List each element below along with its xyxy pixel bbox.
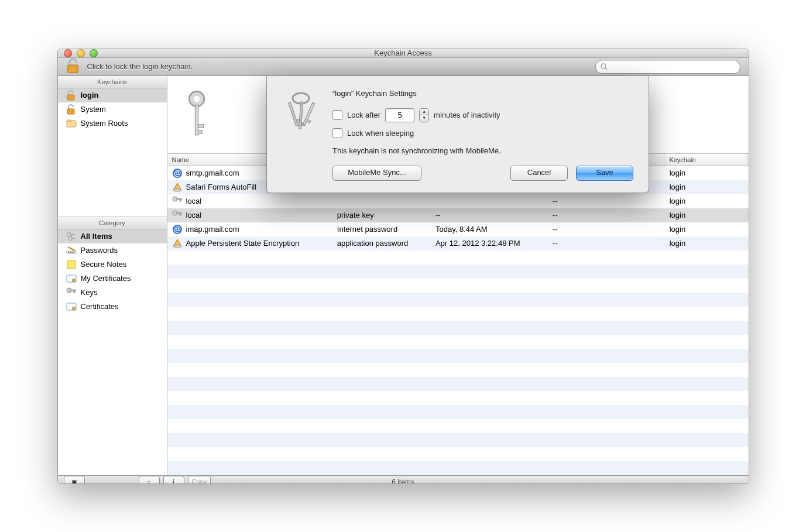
keychain-item[interactable]: login [58, 88, 167, 102]
info-button[interactable]: i [163, 476, 184, 484]
keychains-header: Keychains [58, 76, 167, 88]
sidebar-item-label: Certificates [81, 302, 119, 311]
item-keychain: login [665, 211, 749, 219]
search-icon [601, 63, 608, 70]
item-expires: -- [548, 211, 665, 219]
titlebar[interactable]: Keychain Access [58, 49, 749, 58]
add-button[interactable]: + [139, 476, 160, 484]
window-title: Keychain Access [58, 49, 749, 57]
item-keychain: login [665, 239, 749, 248]
empty-row [167, 391, 749, 405]
main-pane: Name Kind Date Modified Expires Keychain… [167, 76, 749, 475]
minutes-stepper[interactable]: ▲▼ [419, 108, 429, 122]
lock-hint-label: Click to lock the login keychain. [87, 62, 193, 71]
category-item[interactable]: Passwords [58, 243, 167, 258]
empty-row [167, 321, 749, 335]
item-name: Apple Persistent State Encryption [186, 239, 300, 248]
empty-row [167, 307, 749, 321]
empty-row [167, 447, 749, 461]
search-input[interactable] [610, 62, 735, 71]
item-name: imap.gmail.com [186, 225, 239, 234]
keychain-item[interactable]: System Roots [58, 116, 167, 131]
at-icon [172, 224, 183, 235]
lock-after-input[interactable] [385, 108, 414, 122]
lock-sleep-checkbox[interactable] [332, 128, 342, 138]
traffic-lights [64, 49, 98, 57]
passwords-icon [66, 245, 77, 256]
lock-icon[interactable] [66, 58, 81, 75]
empty-row [167, 265, 749, 279]
table-row[interactable]: imap.gmail.comInternet passwordToday, 8:… [167, 222, 749, 236]
toggle-preview-button[interactable]: ▣ [64, 476, 85, 484]
key-icon [178, 88, 215, 141]
empty-row [167, 377, 749, 391]
item-name: local [186, 211, 202, 219]
category-item[interactable]: Secure Notes [58, 258, 167, 272]
app-icon [172, 182, 183, 193]
item-name: local [186, 197, 202, 205]
item-kind: private key [332, 211, 431, 219]
category-item[interactable]: All Items [58, 229, 167, 243]
category-item[interactable]: My Certificates [58, 272, 167, 286]
item-expires: -- [548, 239, 665, 248]
item-kind: Internet password [332, 225, 431, 234]
item-date: -- [431, 211, 548, 219]
empty-row [167, 250, 749, 265]
unlocked-icon [66, 104, 77, 115]
allitems-icon [66, 231, 77, 242]
empty-row [167, 349, 749, 363]
category-header: Category [58, 217, 167, 229]
cert-icon [66, 273, 77, 284]
table-row[interactable]: localprivate key----login [167, 208, 749, 222]
item-expires: -- [548, 225, 665, 234]
category-item[interactable]: Keys [58, 286, 167, 300]
sidebar-item-label: My Certificates [81, 274, 131, 283]
sidebar-item-label: login [81, 91, 99, 99]
minutes-label: minutes of inactivity [434, 111, 500, 119]
app-icon [172, 238, 183, 249]
col-keychain[interactable]: Keychain [664, 154, 748, 166]
item-keychain: login [665, 169, 749, 177]
empty-row [167, 419, 749, 433]
mobileme-sync-button[interactable]: MobileMe Sync... [332, 166, 421, 181]
sidebar-item-label: System Roots [81, 119, 128, 128]
table-row[interactable]: local--login [167, 194, 749, 208]
toolbar: Click to lock the login keychain. [58, 58, 749, 76]
minimize-button[interactable] [77, 49, 85, 57]
item-keychain: login [665, 183, 749, 191]
sidebar-item-label: All Items [81, 232, 112, 241]
lock-sleep-label: Lock when sleeping [347, 129, 414, 138]
empty-row [167, 363, 749, 377]
folder-icon [66, 118, 77, 129]
keychain-icon [282, 89, 320, 136]
sidebar-item-label: System [81, 105, 106, 114]
close-button[interactable] [64, 49, 72, 57]
notes-icon [66, 259, 77, 270]
empty-row [167, 405, 749, 419]
item-name: Safari Forms AutoFill [186, 183, 257, 191]
cancel-button[interactable]: Cancel [510, 166, 568, 181]
save-button[interactable]: Save [576, 166, 633, 181]
copy-button[interactable]: Copy [188, 476, 211, 484]
footer: ▣ + i Copy 6 items [58, 475, 749, 484]
sidebar: Keychains loginSystemSystem Roots Catego… [58, 76, 167, 475]
table-row[interactable]: Apple Persistent State Encryptionapplica… [167, 236, 749, 250]
empty-row [167, 433, 749, 447]
category-item[interactable]: Certificates [58, 300, 167, 314]
lock-after-checkbox[interactable] [332, 110, 342, 120]
app-window: Keychain Access Click to lock the login … [57, 49, 749, 484]
item-kind: application password [332, 239, 431, 248]
settings-sheet: “login” Keychain Settings Lock after ▲▼ … [266, 76, 649, 193]
item-expires: -- [548, 197, 665, 205]
zoom-button[interactable] [90, 49, 98, 57]
sync-message: This keychain is not synchronizing with … [332, 146, 633, 155]
keychains-list: loginSystemSystem Roots [58, 88, 167, 217]
sidebar-item-label: Passwords [81, 246, 118, 255]
key-icon [66, 287, 77, 298]
item-keychain: login [665, 197, 749, 205]
keychain-item[interactable]: System [58, 102, 167, 116]
search-field[interactable] [595, 60, 740, 74]
empty-row [167, 461, 749, 475]
lock-after-label: Lock after [347, 111, 380, 119]
cert-icon [66, 301, 77, 312]
